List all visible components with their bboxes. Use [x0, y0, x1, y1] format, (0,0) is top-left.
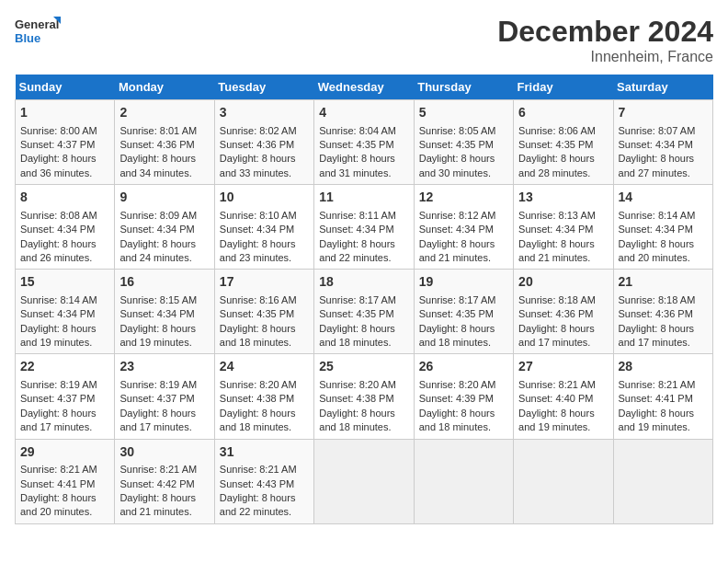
- day-info: Sunset: 4:37 PM: [20, 392, 109, 406]
- day-info: Sunset: 4:37 PM: [20, 138, 109, 152]
- day-number: 25: [319, 358, 408, 376]
- day-info: Sunset: 4:37 PM: [119, 392, 209, 406]
- day-cell: 29Sunrise: 8:21 AMSunset: 4:41 PMDayligh…: [16, 439, 115, 523]
- day-info: Daylight: 8 hours: [220, 407, 309, 420]
- day-info: Daylight: 8 hours: [619, 152, 708, 166]
- svg-text:General: General: [15, 17, 59, 31]
- day-info: Sunset: 4:35 PM: [319, 138, 408, 152]
- day-cell: 4Sunrise: 8:04 AMSunset: 4:35 PMDaylight…: [314, 100, 414, 185]
- day-number: 10: [220, 189, 309, 207]
- day-info: and 17 minutes.: [119, 420, 209, 434]
- day-info: Sunset: 4:36 PM: [220, 138, 309, 152]
- day-info: Sunrise: 8:18 AM: [518, 293, 608, 307]
- day-info: Sunrise: 8:04 AM: [319, 124, 408, 138]
- day-info: Sunrise: 8:21 AM: [518, 378, 608, 392]
- calendar-title: December 2024: [497, 15, 713, 49]
- day-cell: [613, 439, 712, 523]
- day-number: 16: [119, 273, 209, 292]
- day-info: Sunrise: 8:21 AM: [119, 463, 209, 477]
- calendar-subtitle: Innenheim, France: [497, 49, 713, 65]
- day-info: and 33 minutes.: [220, 167, 309, 180]
- day-info: and 36 minutes.: [20, 167, 109, 180]
- day-info: Sunset: 4:35 PM: [518, 138, 608, 152]
- day-number: 26: [419, 358, 508, 376]
- day-info: Sunrise: 8:14 AM: [619, 209, 708, 223]
- day-info: and 18 minutes.: [220, 336, 309, 350]
- day-info: Daylight: 8 hours: [619, 237, 708, 251]
- day-info: Daylight: 8 hours: [119, 237, 209, 251]
- day-cell: 15Sunrise: 8:14 AMSunset: 4:34 PMDayligh…: [16, 270, 115, 354]
- day-cell: [414, 439, 513, 523]
- day-cell: 16Sunrise: 8:15 AMSunset: 4:34 PMDayligh…: [115, 270, 214, 354]
- day-info: and 17 minutes.: [619, 336, 708, 350]
- day-number: 13: [518, 189, 608, 207]
- day-info: and 26 minutes.: [20, 251, 109, 265]
- day-info: Sunrise: 8:10 AM: [220, 209, 309, 223]
- day-info: and 30 minutes.: [419, 167, 508, 180]
- day-number: 9: [119, 189, 209, 207]
- day-number: 31: [220, 443, 309, 462]
- day-info: and 22 minutes.: [319, 251, 408, 265]
- day-number: 5: [419, 104, 508, 122]
- day-info: and 21 minutes.: [419, 251, 508, 265]
- day-cell: 20Sunrise: 8:18 AMSunset: 4:36 PMDayligh…: [514, 270, 613, 354]
- day-cell: 23Sunrise: 8:19 AMSunset: 4:37 PMDayligh…: [115, 354, 214, 439]
- day-info: and 19 minutes.: [20, 336, 109, 350]
- day-number: 28: [619, 358, 708, 376]
- day-info: Daylight: 8 hours: [20, 152, 109, 166]
- day-cell: 27Sunrise: 8:21 AMSunset: 4:40 PMDayligh…: [514, 354, 613, 439]
- day-cell: 5Sunrise: 8:05 AMSunset: 4:35 PMDaylight…: [414, 100, 513, 185]
- day-info: Daylight: 8 hours: [119, 152, 209, 166]
- calendar-table: SundayMondayTuesdayWednesdayThursdayFrid…: [15, 75, 713, 524]
- day-info: Sunrise: 8:18 AM: [619, 293, 708, 307]
- day-info: Sunset: 4:34 PM: [319, 223, 408, 236]
- day-info: and 23 minutes.: [220, 251, 309, 265]
- day-info: Daylight: 8 hours: [419, 152, 508, 166]
- day-info: Sunrise: 8:00 AM: [20, 124, 109, 138]
- day-info: Sunrise: 8:14 AM: [20, 293, 109, 307]
- day-info: Daylight: 8 hours: [419, 407, 508, 420]
- day-cell: 14Sunrise: 8:14 AMSunset: 4:34 PMDayligh…: [613, 185, 712, 270]
- day-cell: 13Sunrise: 8:13 AMSunset: 4:34 PMDayligh…: [514, 185, 613, 270]
- day-info: and 19 minutes.: [619, 420, 708, 434]
- day-number: 7: [619, 104, 708, 122]
- day-info: Sunset: 4:34 PM: [619, 223, 708, 236]
- week-row-4: 22Sunrise: 8:19 AMSunset: 4:37 PMDayligh…: [16, 354, 713, 439]
- day-info: Sunrise: 8:09 AM: [119, 209, 209, 223]
- day-info: Sunrise: 8:19 AM: [119, 378, 209, 392]
- day-cell: 10Sunrise: 8:10 AMSunset: 4:34 PMDayligh…: [214, 185, 313, 270]
- day-cell: 19Sunrise: 8:17 AMSunset: 4:35 PMDayligh…: [414, 270, 513, 354]
- day-info: Daylight: 8 hours: [119, 322, 209, 336]
- day-info: Daylight: 8 hours: [619, 407, 708, 420]
- day-info: Sunset: 4:35 PM: [220, 307, 309, 321]
- day-number: 15: [20, 273, 109, 292]
- day-info: Daylight: 8 hours: [419, 322, 508, 336]
- logo-svg: GeneralBlue: [15, 15, 61, 47]
- day-info: Daylight: 8 hours: [20, 322, 109, 336]
- day-info: Daylight: 8 hours: [20, 237, 109, 251]
- day-cell: 8Sunrise: 8:08 AMSunset: 4:34 PMDaylight…: [16, 185, 115, 270]
- day-info: Daylight: 8 hours: [518, 407, 608, 420]
- week-row-1: 1Sunrise: 8:00 AMSunset: 4:37 PMDaylight…: [16, 100, 713, 185]
- day-info: Sunrise: 8:01 AM: [119, 124, 209, 138]
- day-info: Sunrise: 8:11 AM: [319, 209, 408, 223]
- header-friday: Friday: [514, 75, 613, 100]
- day-info: and 17 minutes.: [20, 420, 109, 434]
- day-info: Daylight: 8 hours: [220, 491, 309, 505]
- day-info: Daylight: 8 hours: [319, 322, 408, 336]
- day-info: and 21 minutes.: [119, 505, 209, 519]
- day-info: and 18 minutes.: [419, 420, 508, 434]
- day-cell: 17Sunrise: 8:16 AMSunset: 4:35 PMDayligh…: [214, 270, 313, 354]
- header-saturday: Saturday: [613, 75, 712, 100]
- day-info: Sunrise: 8:20 AM: [419, 378, 508, 392]
- day-info: Daylight: 8 hours: [119, 407, 209, 420]
- day-cell: 25Sunrise: 8:20 AMSunset: 4:38 PMDayligh…: [314, 354, 414, 439]
- day-info: Daylight: 8 hours: [119, 491, 209, 505]
- day-info: Sunset: 4:36 PM: [619, 307, 708, 321]
- day-info: Sunrise: 8:02 AM: [220, 124, 309, 138]
- header-monday: Monday: [115, 75, 214, 100]
- week-row-2: 8Sunrise: 8:08 AMSunset: 4:34 PMDaylight…: [16, 185, 713, 270]
- day-cell: 2Sunrise: 8:01 AMSunset: 4:36 PMDaylight…: [115, 100, 214, 185]
- day-cell: 28Sunrise: 8:21 AMSunset: 4:41 PMDayligh…: [613, 354, 712, 439]
- header-sunday: Sunday: [16, 75, 115, 100]
